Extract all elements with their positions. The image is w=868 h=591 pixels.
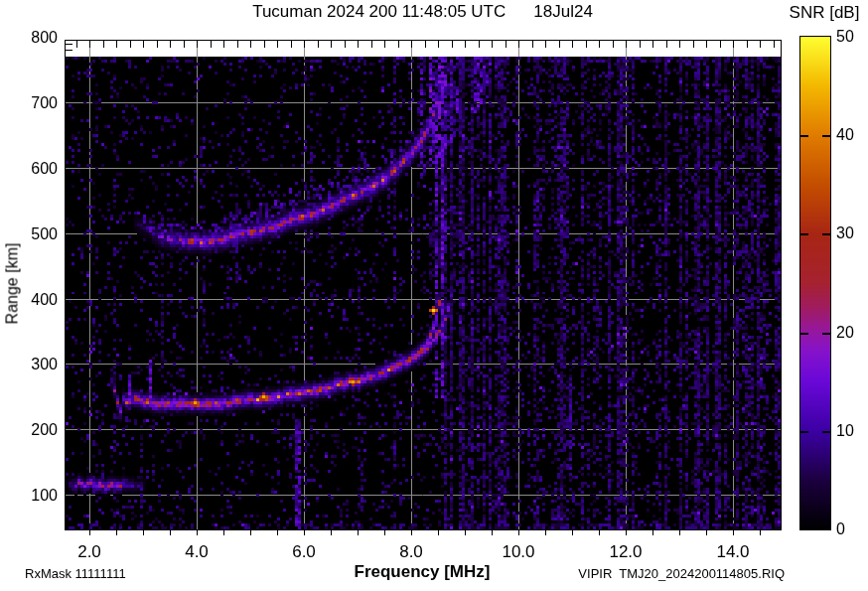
x-tick-label: 2.0 bbox=[60, 542, 119, 562]
x-tick-label: 10.0 bbox=[489, 542, 548, 562]
colorbar-tick-label: 10 bbox=[836, 422, 868, 440]
y-tick-label: 100 bbox=[0, 487, 58, 505]
x-tick-label: 6.0 bbox=[274, 542, 334, 562]
colorbar-tick-label: 0 bbox=[836, 520, 868, 538]
y-tick-label: 200 bbox=[0, 421, 58, 439]
y-tick-label: 400 bbox=[0, 291, 58, 309]
y-tick-label: 600 bbox=[0, 160, 58, 178]
y-tick-label: 700 bbox=[0, 94, 58, 112]
page-title: Tucuman 2024 200 11:48:05 UTC18Jul24 bbox=[65, 2, 781, 22]
colorbar-tick-label: 20 bbox=[836, 324, 868, 342]
colorbar-tick-label: 30 bbox=[836, 224, 868, 242]
colorbar-tick-label: 40 bbox=[836, 126, 868, 144]
y-tick-label: 500 bbox=[0, 225, 58, 243]
x-tick-label: 14.0 bbox=[703, 542, 763, 562]
data-file-name: VIPIR TMJ20_2024200114805.RIQ bbox=[497, 566, 785, 581]
y-tick-label: 800 bbox=[0, 29, 58, 47]
ionogram-page: Tucuman 2024 200 11:48:05 UTC18Jul24 SNR… bbox=[0, 0, 868, 591]
title-text: Tucuman 2024 200 11:48:05 UTC bbox=[252, 2, 506, 21]
x-tick-label: 12.0 bbox=[596, 542, 655, 562]
rxmask-text: RxMask 11111111 bbox=[25, 566, 126, 581]
x-tick-label: 4.0 bbox=[167, 542, 226, 562]
colorbar-tick-label: 50 bbox=[836, 28, 868, 46]
x-tick-label: 8.0 bbox=[381, 542, 441, 562]
colorbar-title: SNR [dB] bbox=[781, 3, 868, 23]
y-tick-label: 300 bbox=[0, 356, 58, 373]
title-date: 18Jul24 bbox=[533, 2, 593, 21]
ionogram-heatmap-canvas bbox=[0, 0, 868, 591]
